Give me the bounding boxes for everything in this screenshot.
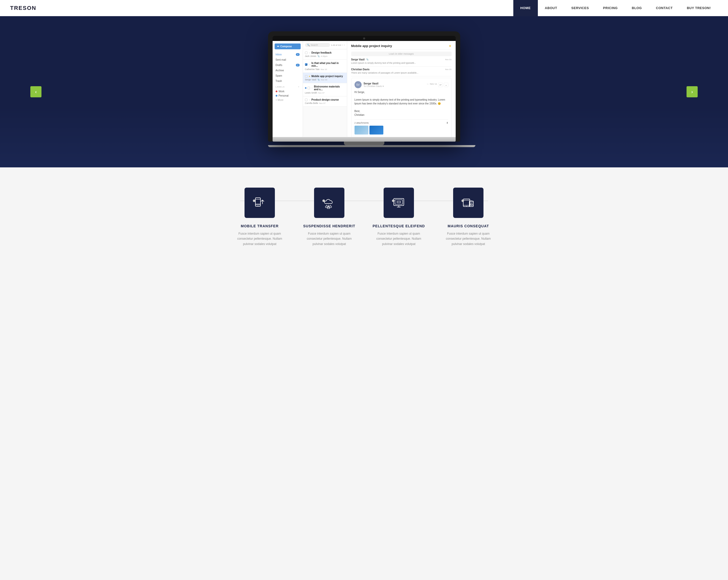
laptop-screen-frame: ✏ Compose Inbox 3 Sent mail [272, 36, 456, 137]
mail-list: 🔍 Search 1-24 of 112 ‹ › [303, 41, 347, 137]
spam-label: Spam [276, 74, 282, 77]
sidebar-drafts[interactable]: Drafts 2 [272, 62, 303, 68]
mail-greeting: Hi Serge, [355, 90, 448, 94]
feature-desc-3: Fusce interdum sapien ut quam consectetu… [373, 231, 424, 246]
mail-detail-header: Mobile app project inquiry ★ [351, 44, 451, 50]
mail-sidebar: ✏ Compose Inbox 3 Sent mail [272, 41, 303, 137]
more-labels[interactable]: + More [276, 98, 300, 102]
feature-desc-4: Fusce interdum sapien ut quam consectetu… [443, 231, 494, 246]
feature-item-3: PELLENTESQUE ELEIFEND Fusce interdum sap… [364, 188, 434, 246]
mail-checkbox-4[interactable] [308, 87, 310, 89]
compose-label: Compose [280, 45, 292, 48]
nav-item-services[interactable]: SERVICES [564, 0, 596, 16]
mail-item-2[interactable]: ✓ ☆ Is that what you had in min... Cathe… [303, 60, 347, 73]
label-work[interactable]: Work [276, 89, 300, 94]
attach-icon-1: 📎 [317, 55, 320, 57]
sidebar-inbox[interactable]: Inbox 3 [272, 52, 303, 57]
email-title-4: Bistronome materials and s... [314, 85, 345, 91]
mail-checkbox-3[interactable] [305, 75, 308, 78]
more-button[interactable]: ⌄ [444, 83, 448, 87]
attachment-thumb-1[interactable] [355, 126, 368, 134]
compose-date: Nov 11 [430, 83, 437, 87]
search-icon: 🔍 [307, 44, 310, 46]
download-icon[interactable]: ⬇ [446, 122, 448, 124]
star-3[interactable]: ★ [309, 75, 311, 78]
svg-rect-0 [255, 198, 260, 206]
sidebar-spam[interactable]: Spam [272, 73, 303, 78]
load-older-messages[interactable]: Load 24 older messages [351, 52, 451, 56]
dot-2 [322, 200, 325, 202]
email-from-5: Camilla Belle [305, 102, 318, 104]
dot-4 [462, 200, 464, 202]
email-from-3: Serge Vasil [305, 78, 316, 81]
mail-checkbox-2[interactable]: ✓ [305, 63, 308, 66]
trash-label: Trash [276, 80, 282, 82]
attachments-section: 2 attachments ⬇ [355, 119, 448, 134]
mail-item-5[interactable]: ☆ Product design course Camilla Belle No… [303, 96, 347, 107]
nav-next-icon[interactable]: › [344, 44, 345, 46]
search-input-wrap[interactable]: 🔍 Search [305, 43, 330, 47]
mail-detail: Mobile app project inquiry ★ Load 24 old… [347, 41, 456, 137]
compose-header: SV Serge Vasil To Christian Davis ▾ ☆ No… [355, 81, 448, 88]
svg-point-21 [466, 206, 467, 207]
sent-label: Sent mail [276, 58, 286, 61]
attach-header: 2 attachments ⬇ [355, 122, 448, 124]
sender-name: Serge Vasil [364, 82, 424, 85]
feature-icon-box-1 [244, 188, 275, 218]
compose-icon: ✏ [277, 45, 279, 48]
attach-icon-3: 📎 [317, 79, 320, 81]
attachment-thumb-2[interactable] [369, 126, 383, 134]
star-1[interactable]: ☆ [309, 52, 311, 54]
thread-sender-1: Serge Vasil [351, 58, 365, 61]
email-from-2: Catherine Tate [305, 68, 320, 71]
nav-item-pricing[interactable]: PRICING [596, 0, 625, 16]
nav-item-about[interactable]: ABOUT [538, 0, 564, 16]
label-personal[interactable]: Personal [276, 94, 300, 98]
mail-item-1[interactable]: ☆ Design feedback Jack Jones 📎 4:30pm [303, 49, 347, 60]
compose-area: SV Serge Vasil To Christian Davis ▾ ☆ No… [351, 78, 451, 137]
laptop-mockup: ✏ Compose Inbox 3 Sent mail [268, 31, 460, 147]
hero-arrow-left[interactable]: ‹ [30, 86, 42, 97]
feature-title-4: MAURIS CONSEQUAT [448, 224, 489, 228]
thread-sender-2: Christian Davis [351, 68, 370, 71]
feature-item-2: SUSPENDISSE HENDRERIT Fusce interdum sap… [294, 188, 364, 246]
email-title-5: Product design course [312, 98, 345, 101]
mail-item-4[interactable]: ☆ Bistronome materials and s... Lewis Sm… [303, 83, 347, 96]
compose-button[interactable]: ✏ Compose [275, 44, 301, 49]
reply-button[interactable]: ↩ [438, 83, 443, 87]
email-time-3: Nov 09 [321, 79, 327, 81]
mail-app-screen: ✏ Compose Inbox 3 Sent mail [272, 41, 456, 137]
svg-rect-12 [394, 199, 404, 206]
archive-label: Archive [276, 69, 284, 72]
email-time-2: Nov 10 [321, 68, 327, 71]
labels-title: LABELS + [276, 86, 300, 88]
detail-star[interactable]: ★ [448, 44, 451, 48]
sidebar-trash[interactable]: Trash [272, 78, 303, 84]
nav-item-contact[interactable]: CONTACT [649, 0, 680, 16]
email-time-4: Nov 07 [318, 92, 324, 94]
compose-star[interactable]: ☆ [426, 83, 429, 87]
mail-checkbox-5[interactable] [305, 99, 308, 101]
hero-arrow-right[interactable]: › [686, 86, 698, 97]
star-4[interactable]: ☆ [311, 87, 313, 89]
mail-search-bar: 🔍 Search 1-24 of 112 ‹ › [303, 41, 347, 49]
feature-title-1: MOBILE TRANSFER [241, 224, 279, 228]
mail-checkbox-1[interactable] [305, 52, 308, 54]
dot-3 [392, 200, 394, 202]
sidebar-archive[interactable]: Archive [272, 68, 303, 73]
mail-item-3[interactable]: ★ Mobile app project inquiry Serge Vasil… [303, 73, 347, 83]
star-5[interactable]: ☆ [309, 99, 311, 101]
thread-time-2: Nov 05 [445, 68, 451, 71]
header: TRESON HOME ABOUT SERVICES PRICING BLOG … [0, 0, 728, 16]
personal-dot [276, 95, 278, 97]
features-inner: MOBILE TRANSFER Fusce interdum sapien ut… [225, 188, 503, 246]
sidebar-sent[interactable]: Sent mail [272, 57, 303, 62]
email-time-5: Nov 07 [319, 102, 326, 104]
nav-item-blog[interactable]: BLOG [625, 0, 649, 16]
nav-prev-icon[interactable]: ‹ [342, 44, 343, 46]
svg-rect-13 [395, 200, 402, 204]
nav-item-home[interactable]: HOME [513, 0, 538, 16]
svg-rect-17 [397, 201, 400, 203]
star-2[interactable]: ☆ [309, 63, 311, 66]
nav-buy-button[interactable]: BUY TRESON! [680, 0, 718, 16]
